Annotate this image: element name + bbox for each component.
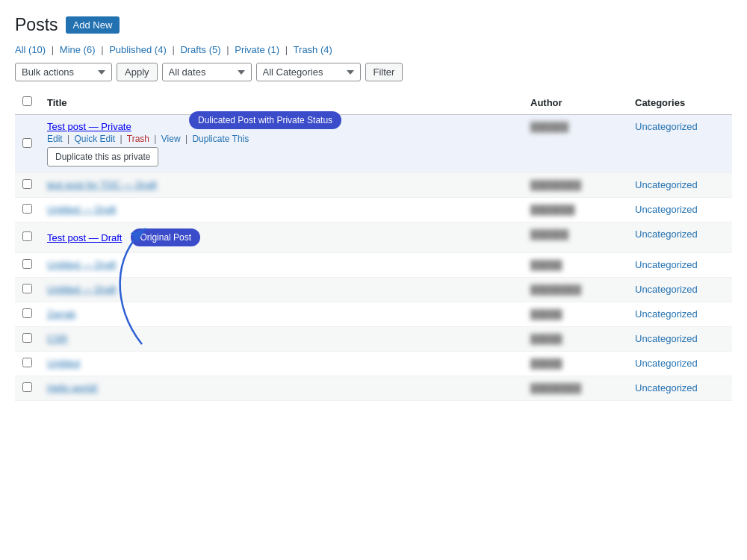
author-name: █████ <box>530 309 562 320</box>
table-row: Test post — Private Dulicated Post with … <box>15 115 732 173</box>
edit-link[interactable]: Edit <box>47 134 63 144</box>
category-filter-select[interactable]: All Categories <box>256 63 361 81</box>
category-link[interactable]: Uncategorized <box>635 259 698 270</box>
category-link[interactable]: Uncategorized <box>635 284 698 295</box>
category-cell: Uncategorized <box>627 327 732 352</box>
author-name: █████ <box>530 358 562 369</box>
posts-table: Title Author Categories Test post — Priv… <box>15 90 732 401</box>
row-checkbox[interactable] <box>22 382 32 392</box>
category-cell: Uncategorized <box>627 253 732 278</box>
filter-drafts[interactable]: Drafts (5) <box>180 44 220 55</box>
post-title-link[interactable]: test post for TOC — Draft <box>47 179 157 190</box>
filter-trash[interactable]: Trash (4) <box>294 44 332 55</box>
row-checkbox[interactable] <box>22 284 32 293</box>
category-cell: Uncategorized <box>627 173 732 198</box>
categories-header: Categories <box>627 90 732 115</box>
author-name: █████ <box>530 334 562 344</box>
post-status-filter-nav: All (10) | Mine (6) | Published (4) | Dr… <box>15 44 732 55</box>
author-cell: ███████ <box>523 198 627 223</box>
table-row: Untitled █████ Uncategorized <box>15 352 732 376</box>
post-title-link[interactable]: Untitled — Draft <box>47 204 116 215</box>
post-title: test post for TOC — Draft <box>47 179 515 190</box>
post-title: Untitled <box>47 358 515 369</box>
post-title-link[interactable]: Untitled — Draft <box>47 284 116 295</box>
post-title: Untitled — Draft <box>47 259 515 270</box>
category-link[interactable]: Uncategorized <box>635 204 698 215</box>
category-link[interactable]: Uncategorized <box>635 179 698 190</box>
select-all-checkbox[interactable] <box>22 96 32 106</box>
filter-mine[interactable]: Mine (6) <box>60 44 96 55</box>
post-title-link[interactable]: Untitled — Draft <box>47 259 116 270</box>
table-row: Hello world! ████████ Uncategorized <box>15 376 732 401</box>
category-cell: Uncategorized <box>627 223 732 253</box>
author-name: ████████ <box>530 180 581 190</box>
category-cell: Uncategorized <box>627 302 732 327</box>
category-cell: Uncategorized <box>627 376 732 401</box>
quick-edit-link[interactable]: Quick Edit <box>75 134 116 144</box>
post-title: CSR <box>47 333 515 344</box>
filter-button[interactable]: Filter <box>365 63 403 81</box>
bulk-actions-select[interactable]: Bulk actions <box>15 63 112 81</box>
post-title-link[interactable]: Zarrab <box>47 308 75 320</box>
select-all-header <box>15 90 40 115</box>
category-link[interactable]: Uncategorized <box>635 358 698 369</box>
author-name: ███████ <box>530 205 575 215</box>
post-title-link[interactable]: Test post — Private <box>47 121 131 132</box>
category-cell: Uncategorized <box>627 198 732 223</box>
post-title-link[interactable]: Test post — Draft <box>47 232 122 243</box>
author-cell: █████ <box>523 327 627 352</box>
row-checkbox[interactable] <box>22 358 32 367</box>
filter-published[interactable]: Published (4) <box>109 44 167 55</box>
category-link[interactable]: Uncategorized <box>635 308 698 320</box>
row-checkbox[interactable] <box>22 179 32 189</box>
category-cell: Uncategorized <box>627 278 732 302</box>
row-checkbox[interactable] <box>22 308 32 318</box>
category-link[interactable]: Uncategorized <box>635 333 698 344</box>
row-checkbox[interactable] <box>22 259 32 269</box>
post-title: Zarrab <box>47 308 515 320</box>
post-title-link[interactable]: Hello world! <box>47 382 98 393</box>
duplicate-this-link[interactable]: Duplicate This <box>192 134 249 144</box>
author-cell: ████████ <box>523 278 627 302</box>
author-name: ██████ <box>530 229 568 240</box>
author-name: ██████ <box>530 122 568 132</box>
add-new-button[interactable]: Add New <box>66 16 120 34</box>
row-actions: Edit | Quick Edit | Trash | View | Dupli… <box>47 134 515 144</box>
table-row: Untitled — Draft █████ Uncategorized <box>15 253 732 278</box>
view-link[interactable]: View <box>161 134 181 144</box>
category-link[interactable]: Uncategorized <box>635 382 698 393</box>
author-header: Author <box>523 90 627 115</box>
table-row: Untitled — Draft ███████ Uncategorized <box>15 198 732 223</box>
filter-all[interactable]: All (10) <box>15 44 46 55</box>
author-cell: █████ <box>523 302 627 327</box>
post-title: Untitled — Draft <box>47 284 515 295</box>
author-cell: █████ <box>523 253 627 278</box>
author-name: █████ <box>530 260 562 270</box>
table-toolbar: Bulk actions Apply All dates All Categor… <box>15 63 732 81</box>
author-name: ████████ <box>530 383 581 393</box>
table-row: Untitled — Draft ████████ Uncategorized <box>15 278 732 302</box>
row-checkbox[interactable] <box>22 204 32 214</box>
trash-link[interactable]: Trash <box>127 134 149 144</box>
row-checkbox[interactable] <box>22 138 32 148</box>
table-row: test post for TOC — Draft ████████ Uncat… <box>15 173 732 198</box>
table-row: CSR █████ Uncategorized <box>15 327 732 352</box>
category-link[interactable]: Uncategorized <box>635 228 698 240</box>
author-cell: █████ <box>523 352 627 376</box>
category-link[interactable]: Uncategorized <box>635 121 698 132</box>
filter-private[interactable]: Private (1) <box>235 44 279 55</box>
page-title: Posts <box>15 15 58 35</box>
post-title: Untitled — Draft <box>47 204 515 215</box>
posts-table-wrapper: Title Author Categories Test post — Priv… <box>15 90 732 401</box>
apply-button[interactable]: Apply <box>117 63 158 81</box>
post-title-link[interactable]: CSR <box>47 333 67 344</box>
post-title: Hello world! <box>47 382 515 393</box>
author-cell: ████████ <box>523 173 627 198</box>
row-checkbox[interactable] <box>22 333 32 343</box>
table-header-row: Title Author Categories <box>15 90 732 115</box>
duplicate-as-private-tooltip: Duplicate this as private <box>47 147 158 167</box>
author-cell: ██████ <box>523 115 627 173</box>
post-title-link[interactable]: Untitled <box>47 358 80 369</box>
row-checkbox[interactable] <box>22 231 32 241</box>
date-filter-select[interactable]: All dates <box>162 63 252 81</box>
